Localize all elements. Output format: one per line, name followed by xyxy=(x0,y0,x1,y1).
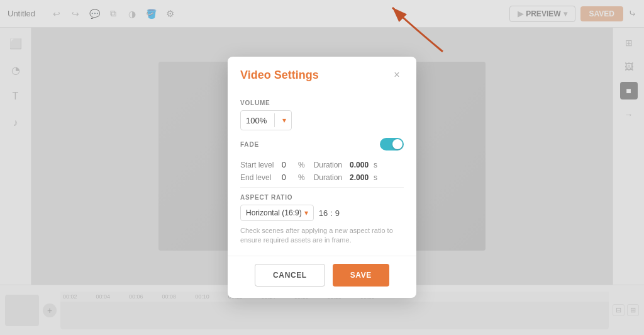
modal-title: Video Settings xyxy=(240,69,319,82)
start-level-unit: % xyxy=(298,161,305,169)
fade-toggle[interactable] xyxy=(380,138,404,150)
save-button[interactable]: SAVE xyxy=(333,264,389,287)
end-duration-value: 2.000 xyxy=(350,173,369,182)
start-duration-unit: s xyxy=(374,161,377,169)
fade-header-row: FADE xyxy=(240,138,404,156)
end-duration-label: Duration xyxy=(314,173,342,182)
fade-start-row: Start level 0 % Duration 0.000 s xyxy=(240,161,404,169)
end-level-value: 0 xyxy=(282,173,294,182)
aspect-colon: : xyxy=(330,208,333,218)
toggle-thumb xyxy=(392,139,402,149)
end-duration-unit: s xyxy=(374,173,377,182)
start-duration-value: 0.000 xyxy=(350,161,369,169)
aspect-section-label: ASPECT RATIO xyxy=(240,194,404,201)
aspect-chevron-icon: ▾ xyxy=(304,208,308,217)
video-settings-modal: Video Settings × VOLUME 100% ▾ FADE Star… xyxy=(228,57,416,298)
aspect-ratio-value: Horizontal (16:9) xyxy=(246,208,302,217)
cancel-button[interactable]: CANCEL xyxy=(255,264,325,287)
fade-section-label: FADE xyxy=(240,141,259,148)
modal-footer: CANCEL SAVE xyxy=(228,256,416,298)
volume-chevron-icon: ▾ xyxy=(282,116,286,125)
volume-value: 100% xyxy=(246,116,267,125)
aspect-ratio-dropdown[interactable]: Horizontal (16:9) ▾ xyxy=(240,205,314,221)
aspect-width: 16 xyxy=(319,208,328,218)
aspect-ratio-row: Horizontal (16:9) ▾ 16 : 9 xyxy=(240,205,404,221)
fade-settings: Start level 0 % Duration 0.000 s End lev… xyxy=(240,161,404,182)
fade-end-row: End level 0 % Duration 2.000 s xyxy=(240,173,404,182)
aspect-ratio-notice: Check scenes after applying a new aspect… xyxy=(240,226,404,246)
aspect-dims: 16 : 9 xyxy=(319,208,340,218)
section-divider xyxy=(240,187,404,188)
start-level-label: Start level xyxy=(240,161,278,169)
end-level-label: End level xyxy=(240,173,278,182)
aspect-height: 9 xyxy=(335,208,340,218)
start-level-value: 0 xyxy=(282,161,294,169)
modal-body: VOLUME 100% ▾ FADE Start level 0 % Durat… xyxy=(228,88,416,246)
start-duration-label: Duration xyxy=(314,161,342,169)
modal-header: Video Settings × xyxy=(228,57,416,88)
volume-section-label: VOLUME xyxy=(240,99,404,106)
modal-close-button[interactable]: × xyxy=(390,68,404,82)
volume-divider xyxy=(274,113,275,127)
volume-row: 100% ▾ xyxy=(240,110,404,130)
volume-dropdown[interactable]: 100% ▾ xyxy=(240,110,292,130)
end-level-unit: % xyxy=(298,173,305,182)
